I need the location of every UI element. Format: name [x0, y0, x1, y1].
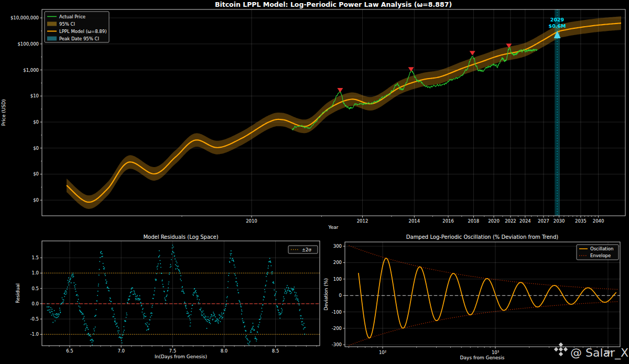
x-tick-label: 2018	[468, 218, 480, 224]
watermark: @ Salar_X	[554, 343, 628, 360]
residuals-title: Model Residuals (Log Space)	[143, 234, 218, 240]
ci-legend-swatch	[47, 22, 57, 26]
x-tick-label: 2022	[505, 218, 516, 224]
x-tick-label: 2035	[575, 218, 587, 224]
envelope-legend-label: Envelope	[590, 253, 611, 258]
y-tick-label: $10	[30, 93, 39, 98]
diamond-logo-icon	[554, 343, 568, 356]
y-tick-label: 0.5	[31, 286, 39, 291]
y-tick-label: $10,000,000	[10, 15, 39, 20]
peak-price-annotation: $0.6M	[549, 23, 566, 29]
x-tick-label: 7.0	[117, 348, 125, 354]
y-tick-label: $100,000	[17, 41, 39, 47]
y-tick-label: $0	[33, 146, 39, 151]
peak-band-legend-label: Peak Date 95% CI	[59, 36, 99, 41]
x-tick-label: 7.5	[169, 348, 177, 354]
y-tick-label: $0	[33, 171, 39, 177]
y-tick-label: 0	[339, 293, 342, 298]
peak-band-legend-swatch	[47, 37, 57, 41]
x-tick-label: 6.5	[66, 348, 73, 354]
y-tick-label: $0	[33, 119, 39, 125]
x-tick-label: 8.0	[221, 348, 228, 354]
main-series	[67, 9, 621, 216]
bubble-peak-marker	[408, 67, 414, 72]
peak-markers	[337, 31, 560, 93]
chart-layers: 2010201220142016201820202022202420272030…	[10, 9, 625, 355]
y-tick-label: 200	[333, 260, 342, 265]
y-tick-label: 300	[333, 244, 342, 249]
plot-border	[42, 241, 320, 346]
main-xaxis-label: Year	[328, 225, 338, 230]
x-tick-label: 2010	[246, 218, 257, 224]
ci-legend-label: 95% CI	[59, 21, 75, 27]
oscillation-legend-label: Oscillation	[590, 246, 613, 251]
x-tick-label: 2040	[593, 218, 604, 224]
y-tick-label: 1.0	[31, 270, 39, 275]
oscillation-xaxis-label: Days from Genesis	[460, 355, 505, 360]
oscillation-curve	[359, 258, 616, 338]
y-tick-label: -200	[332, 326, 342, 331]
y-tick-label: -1.0	[30, 332, 39, 337]
y-tick-label: -300	[332, 342, 342, 347]
watermark-text: @ Salar_X	[570, 346, 628, 360]
y-tick-label: 0.0	[31, 301, 39, 306]
x-tick-label: 2027	[538, 218, 549, 224]
residual-scatter	[47, 245, 306, 347]
ci-band	[67, 16, 621, 209]
x-tick-label: 2012	[357, 218, 368, 224]
x-tick-label: 2014	[409, 218, 420, 224]
y-tick-label: $1,000	[23, 68, 39, 73]
x-tick-label: 2024	[519, 218, 531, 224]
lppl-analysis-figure: 2010201220142016201820202022202420272030…	[0, 0, 629, 364]
residuals-yaxis-label: Residual	[15, 283, 20, 303]
y-tick-label: -100	[332, 310, 342, 315]
oscillation-yaxis-label: Deviation (%)	[323, 278, 329, 310]
x-tick-label: 8.5	[272, 348, 279, 354]
y-tick-label: -0.5	[30, 316, 39, 322]
x-tick-label: 10³	[492, 350, 499, 355]
residuals-grid	[42, 241, 320, 346]
residuals-series	[42, 245, 320, 347]
lppl-model-legend-label: LPPL Model (ω=8.89)	[59, 29, 106, 34]
x-tick-label: 10²	[379, 350, 386, 355]
actual-price-legend-label: Actual Price	[59, 14, 85, 19]
oscillation-title: Damped Log-Periodic Oscillation (% Devia…	[406, 234, 558, 240]
residuals-xaxis-label: ln(Days from Genesis)	[155, 354, 207, 359]
oscillation-legend: Oscillation Envelope	[577, 245, 619, 260]
main-yaxis-label: Price (USD)	[1, 99, 6, 126]
y-tick-label: 100	[333, 277, 342, 282]
bubble-peak-marker	[470, 51, 475, 56]
sigma-legend-label: ±2σ	[302, 247, 312, 252]
envelope-lower-curve	[349, 302, 619, 346]
x-tick-label: 2020	[488, 218, 500, 224]
residuals-legend: ±2σ	[288, 246, 318, 253]
y-tick-label: $0	[33, 197, 39, 203]
x-tick-label: 2030	[554, 218, 565, 224]
figure-title: Bitcoin LPPL Model: Log-Periodic Power L…	[215, 1, 452, 8]
main-legend: Actual Price 95% CI LPPL Model (ω=8.89) …	[45, 12, 109, 42]
x-tick-label: 2016	[442, 218, 454, 224]
y-tick-label: 1.5	[31, 255, 39, 260]
bubble-peak-marker	[337, 88, 343, 93]
figure-canvas: 2010201220142016201820202022202420272030…	[0, 0, 629, 364]
peak-year-annotation: 2029	[550, 17, 564, 23]
